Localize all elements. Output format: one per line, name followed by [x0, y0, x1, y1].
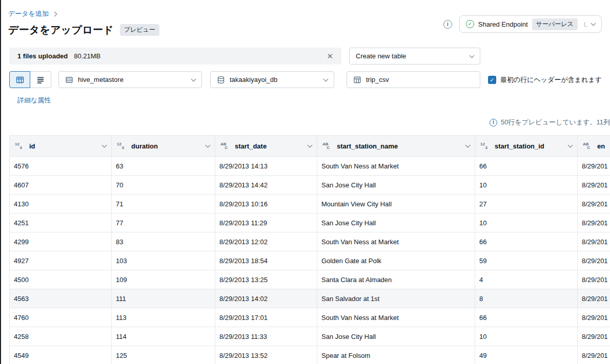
number-type-icon: 123	[15, 142, 23, 150]
table-cell: 8/29/201	[578, 232, 610, 251]
table-cell: 8/29/2013 13:25	[215, 270, 317, 289]
column-header-duration[interactable]: 123duration	[112, 136, 215, 157]
table-cell: 4607	[10, 176, 112, 195]
chevron-down-icon	[191, 76, 196, 81]
table-cell: 8/29/201	[578, 346, 610, 364]
table-cell: 10	[475, 176, 578, 195]
table-body: 4576638/29/2013 14:13South Van Ness at M…	[10, 157, 610, 364]
database-icon	[217, 76, 225, 84]
string-type-icon: ABC	[322, 142, 331, 150]
first-row-header-label: 最初の行にヘッダーが含まれます	[500, 75, 602, 84]
string-type-icon: ABC	[583, 142, 591, 150]
upload-row: 1 files uploaded 80.21MB ✕ Create new ta…	[9, 48, 602, 65]
first-row-header-option[interactable]: ✓ 最初の行にヘッダーが含まれます	[488, 75, 602, 84]
number-type-icon: 123	[480, 142, 489, 150]
chevron-down-icon	[323, 76, 329, 81]
column-header-start_station_name[interactable]: ABCstart_station_name	[317, 136, 475, 157]
table-row: 4299838/29/2013 12:02South Van Ness at M…	[10, 232, 610, 251]
table-cell: South Van Ness at Market	[317, 308, 475, 327]
view-toggle-group	[9, 71, 51, 88]
table-cell: 8/29/201	[578, 213, 610, 232]
data-preview-table: 123id123durationABCstart_dateABCstart_st…	[9, 135, 610, 364]
checkbox-checked-icon[interactable]: ✓	[488, 76, 496, 84]
breadcrumb-link-add-data[interactable]: データを追加	[8, 9, 49, 18]
schema-picker[interactable]: takaakiyayoi_db	[210, 71, 334, 88]
column-name: start_station_name	[337, 142, 398, 150]
table-cell: Golden Gate at Polk	[317, 251, 475, 270]
table-row: 47601138/29/2013 17:01South Van Ness at …	[10, 308, 610, 327]
table-row: 4130718/29/2013 10:16Mountain View City …	[10, 195, 610, 213]
table-row: 42581148/29/2013 11:33San Jose City Hall…	[10, 327, 610, 346]
endpoint-selector[interactable]: ✓ Shared Endpoint サーバーレス L	[459, 15, 602, 33]
catalog-value: hive_metastore	[78, 76, 124, 83]
close-icon[interactable]: ✕	[327, 52, 333, 60]
create-table-select[interactable]: Create new table	[349, 48, 480, 65]
table-row: 4607708/29/2013 14:42San Jose City Hall1…	[10, 176, 610, 195]
table-cell: 4760	[10, 308, 112, 327]
advanced-attributes-link[interactable]: 詳細な属性	[17, 96, 51, 105]
table-cell: 66	[475, 232, 578, 251]
table-view-toggle[interactable]	[9, 71, 30, 88]
table-cell: 4563	[10, 289, 112, 308]
preview-info-text: 50行をプレビューしています。11列	[501, 118, 610, 127]
table-cell: San Jose City Hall	[317, 213, 475, 232]
chevron-right-icon	[52, 11, 57, 16]
table-cell: 113	[112, 308, 215, 327]
column-name: start_station_id	[495, 142, 544, 150]
table-row: 45631118/29/2013 14:02San Salvador at 1s…	[10, 289, 610, 308]
table-cell: 10	[475, 213, 578, 232]
table-grid-icon	[16, 76, 24, 84]
column-header-en[interactable]: ABCen	[578, 136, 610, 157]
table-cell: 8/29/2013 13:52	[215, 346, 317, 364]
column-header-start_station_id[interactable]: 123start_station_id	[475, 136, 578, 157]
table-cell: 10	[475, 327, 578, 346]
chevron-down-icon	[206, 143, 211, 148]
schema-value: takaakiyayoi_db	[230, 76, 277, 83]
table-cell: 8/29/201	[578, 176, 610, 195]
table-icon	[353, 76, 361, 84]
table-row: 4251778/29/2013 11:29San Jose City Hall1…	[10, 213, 610, 232]
list-icon	[36, 76, 45, 84]
table-row: 4576638/29/2013 14:13South Van Ness at M…	[10, 157, 610, 176]
column-header-id[interactable]: 123id	[10, 136, 112, 157]
table-cell: 8/29/201	[578, 327, 610, 346]
table-cell: 103	[112, 251, 215, 270]
table-cell: 8/29/2013 14:02	[215, 289, 317, 308]
table-cell: 8/29/201	[578, 289, 610, 308]
table-name-field	[347, 71, 480, 88]
preview-badge: プレビュー	[120, 24, 159, 36]
table-cell: 4500	[10, 270, 112, 289]
chevron-down-icon	[591, 21, 596, 26]
create-table-label: Create new table	[356, 52, 406, 60]
table-cell: South Van Ness at Market	[317, 232, 475, 251]
column-name: duration	[131, 142, 158, 150]
table-cell: 4	[475, 270, 578, 289]
info-icon[interactable]: i	[443, 20, 452, 29]
table-cell: 4130	[10, 195, 112, 213]
table-header-row: 123id123durationABCstart_dateABCstart_st…	[10, 136, 610, 157]
table-cell: Mountain View City Hall	[317, 195, 475, 213]
table-cell: 8/29/2013 12:02	[215, 232, 317, 251]
chevron-down-icon	[465, 143, 471, 148]
table-cell: 4549	[10, 346, 112, 364]
table-cell: 66	[475, 157, 578, 176]
data-preview-table-wrap: 123id123durationABCstart_dateABCstart_st…	[9, 135, 610, 364]
column-header-start_date[interactable]: ABCstart_date	[215, 136, 317, 157]
column-name: en	[597, 142, 605, 150]
catalog-picker[interactable]: hive_metastore	[58, 71, 202, 88]
string-type-icon: ABC	[220, 142, 229, 150]
top-bar: データを追加 データをアップロード プレビュー i ✓ Shared Endpo…	[1, 0, 610, 37]
table-cell: 27	[475, 195, 578, 213]
number-type-icon: 123	[117, 142, 125, 150]
list-view-toggle[interactable]	[30, 71, 51, 88]
chevron-down-icon	[102, 143, 107, 148]
endpoint-extra-label: L	[584, 20, 587, 28]
table-cell: 8/29/201	[578, 157, 610, 176]
table-cell: 4258	[10, 327, 112, 346]
table-cell: 8/29/2013 18:54	[215, 251, 317, 270]
table-cell: 114	[112, 327, 215, 346]
page-title: データをアップロード	[8, 23, 114, 37]
metastore-icon	[65, 76, 73, 84]
table-name-input[interactable]	[366, 76, 474, 83]
table-cell: 66	[475, 308, 578, 327]
